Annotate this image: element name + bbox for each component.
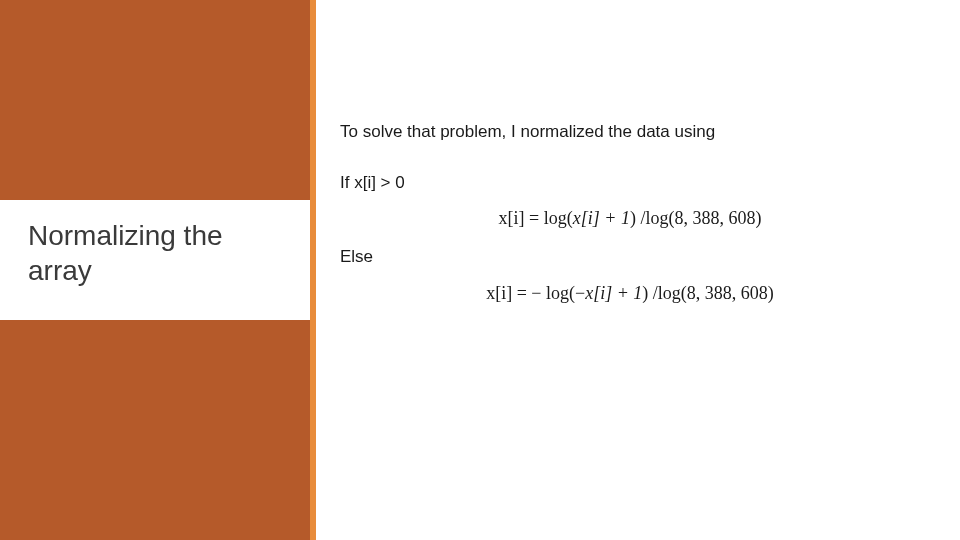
formula-pos-log1: log( [544,208,573,228]
formula-positive: x[i] = log(x[i] + 1) /log(8, 388, 608) [340,205,920,231]
intro-text: To solve that problem, I normalized the … [340,120,920,145]
formula-pos-close: ) / [630,208,646,228]
formula-neg-inner: x[i] + 1 [585,283,642,303]
formula-neg-close: ) / [642,283,658,303]
formula-pos-inner: x[i] + 1 [573,208,630,228]
condition-if: If x[i] > 0 [340,171,920,196]
accent-strip [310,0,316,540]
formula-pos-log2: log(8, 388, 608) [645,208,761,228]
formula-neg-lhs: x[i] = − [486,283,541,303]
formula-pos-lhs: x[i] = [499,208,540,228]
content-area: To solve that problem, I normalized the … [340,120,920,320]
formula-neg-log1: log(− [546,283,585,303]
formula-neg-log2: log(8, 388, 608) [658,283,774,303]
condition-else: Else [340,245,920,270]
title-box: Normalizing the array [0,200,310,320]
slide-title: Normalizing the array [28,218,282,288]
formula-negative: x[i] = − log(−x[i] + 1) /log(8, 388, 608… [340,280,920,306]
